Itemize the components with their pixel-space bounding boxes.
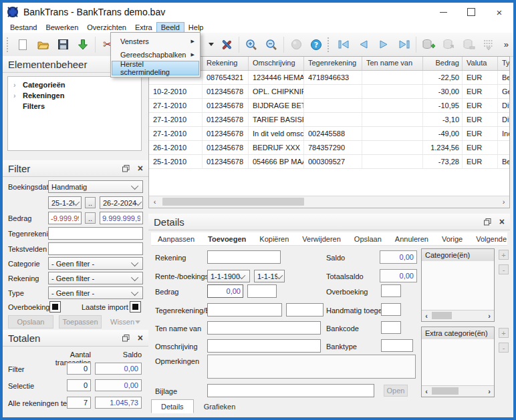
- rekening-filter-select[interactable]: - Geen filter -: [48, 272, 143, 284]
- filter-toepassen-button[interactable]: Toepassen: [59, 315, 102, 329]
- categorie-select[interactable]: - Geen filter -: [48, 257, 143, 270]
- scroll-right-arrow[interactable]: ›: [485, 387, 494, 395]
- date-range-button[interactable]: ..: [85, 197, 96, 208]
- bankcode-box[interactable]: [381, 321, 401, 334]
- bedrag-range-button[interactable]: ..: [85, 212, 96, 224]
- bedrag-max-input[interactable]: [100, 212, 143, 224]
- new-file-button[interactable]: [13, 35, 33, 54]
- toolbar-grip[interactable]: [328, 37, 330, 52]
- minimize-button[interactable]: [429, 3, 457, 21]
- wissen-dropdown-icon[interactable]: [135, 321, 140, 324]
- zoom-in-button[interactable]: [241, 35, 261, 54]
- type-filter-select[interactable]: - Geen filter -: [48, 286, 143, 299]
- filter-wissen-button[interactable]: Wissen: [110, 318, 134, 326]
- tegenrekening-input[interactable]: [48, 227, 143, 240]
- bijlage-open-button[interactable]: Open: [384, 385, 408, 397]
- menu-overzichten[interactable]: Overzichten: [83, 23, 130, 32]
- opmerkingen-textarea[interactable]: [207, 355, 416, 379]
- overboeking-detail-box[interactable]: [381, 284, 401, 297]
- scrollbar-thumb[interactable]: [162, 198, 304, 206]
- float-panel-icon[interactable]: [484, 218, 491, 226]
- save-button[interactable]: [53, 35, 73, 54]
- maximize-button[interactable]: [457, 3, 485, 21]
- aanpassen-button[interactable]: Aanpassen: [151, 235, 201, 243]
- col-header-tegenrekening[interactable]: Tegenrekening: [304, 57, 362, 70]
- previous-record-button[interactable]: [354, 35, 374, 54]
- banktype-box[interactable]: [381, 339, 413, 352]
- bic-input[interactable]: [286, 303, 324, 317]
- globe-button[interactable]: [286, 35, 306, 54]
- settings-button[interactable]: [217, 35, 237, 54]
- table-row[interactable]: 087654321 1234446 HEMA D... 4718946633 -…: [149, 71, 509, 85]
- opslaan-button[interactable]: Opslaan: [348, 235, 388, 243]
- table-row[interactable]: 10-2-2010 012345678 OPL. CHIPKNIP ... -3…: [149, 85, 509, 99]
- scroll-right-arrow[interactable]: ›: [498, 196, 509, 207]
- annuleren-button[interactable]: Annuleren: [388, 235, 435, 243]
- extra-categorie-remove-button[interactable]: -: [499, 343, 509, 353]
- categorie-add-button[interactable]: +: [499, 250, 509, 260]
- date-from-select[interactable]: 25-1-2010: [48, 196, 82, 209]
- close-panel-icon[interactable]: ×: [138, 163, 143, 174]
- col-header-valuta[interactable]: Valuta: [463, 57, 498, 70]
- ten-name-van-input[interactable]: [207, 321, 321, 335]
- col-header-rekening[interactable]: Rekening: [203, 57, 249, 70]
- extra-categorie-scrollbar[interactable]: ‹ ›: [422, 385, 494, 397]
- tree-item-rekeningen[interactable]: › Rekeningen: [8, 90, 141, 101]
- laatste-import-checkbox[interactable]: [130, 301, 141, 312]
- first-record-button[interactable]: [334, 35, 354, 54]
- scrollbar-thumb[interactable]: [432, 312, 452, 319]
- menu-beeld[interactable]: Beeld: [157, 23, 184, 32]
- toevoegen-button[interactable]: Toevoegen: [201, 235, 253, 243]
- menu-item-gereedschapbalken[interactable]: Gereedschapbalken ▶: [112, 48, 199, 61]
- omschrijving-input[interactable]: [207, 339, 321, 353]
- categorie-list[interactable]: [422, 261, 494, 310]
- menu-bewerken[interactable]: Bewerken: [41, 23, 82, 32]
- tegenrekening-detail-input[interactable]: [207, 303, 282, 317]
- chevron-right-icon[interactable]: ›: [13, 81, 23, 89]
- menu-help[interactable]: Help: [184, 23, 208, 32]
- scroll-left-arrow[interactable]: ‹: [422, 311, 431, 320]
- float-panel-icon[interactable]: [122, 335, 130, 342]
- chevron-right-icon[interactable]: ›: [13, 91, 23, 99]
- open-file-button[interactable]: [33, 35, 53, 54]
- filter-opslaan-button[interactable]: Opslaan: [8, 315, 53, 329]
- db-export-button[interactable]: [438, 35, 459, 54]
- close-panel-icon[interactable]: ×: [138, 333, 143, 343]
- overboeking-checkbox[interactable]: [49, 301, 61, 312]
- scroll-right-arrow[interactable]: ›: [485, 311, 494, 320]
- categorie-scrollbar[interactable]: ‹ ›: [422, 310, 494, 321]
- bedrag-detail-input[interactable]: [207, 284, 243, 298]
- close-panel-icon[interactable]: ×: [499, 216, 505, 227]
- rentedatum-select[interactable]: 1-1-1900: [207, 270, 250, 282]
- next-record-button[interactable]: [374, 35, 394, 54]
- verwijderen-button[interactable]: Verwijderen: [295, 235, 347, 243]
- float-panel-icon[interactable]: [122, 165, 130, 172]
- bedrag-min-input[interactable]: [48, 212, 82, 224]
- date-to-select[interactable]: 26-2-2024: [100, 196, 143, 209]
- categorie-remove-button[interactable]: -: [499, 264, 509, 274]
- table-row[interactable]: 25-1-2010 012345678 054666 BP MAA... 000…: [149, 155, 509, 169]
- tekstvelden-input[interactable]: [48, 242, 143, 255]
- scrollbar-thumb[interactable]: [432, 387, 459, 395]
- toolbar-grip[interactable]: [7, 37, 9, 52]
- db-remove-button[interactable]: [459, 35, 479, 54]
- menu-item-herstel-schermindeling[interactable]: Herstel schermindeling: [112, 61, 199, 75]
- col-header-omschrijving[interactable]: Omschrijving: [249, 57, 304, 70]
- db-add-button[interactable]: [418, 35, 438, 54]
- toolbar-dropdown-button[interactable]: [206, 35, 217, 54]
- close-button[interactable]: ×: [485, 3, 513, 21]
- extra-categorie-add-button[interactable]: +: [499, 328, 509, 338]
- tree-item-filters[interactable]: Filters: [8, 101, 141, 112]
- vorige-button[interactable]: Vorige: [435, 235, 469, 243]
- table-row[interactable]: 27-1-2010 012345678 In dit veld omschr..…: [149, 127, 509, 141]
- import-button[interactable]: [73, 35, 93, 54]
- rekening-input[interactable]: [207, 250, 281, 264]
- menu-bestand[interactable]: Bestand: [6, 23, 41, 32]
- tab-details[interactable]: Details: [151, 399, 194, 413]
- scroll-left-arrow[interactable]: ‹: [149, 196, 160, 207]
- zoom-out-button[interactable]: [261, 35, 281, 54]
- help-button[interactable]: ?: [306, 35, 326, 54]
- volgende-button[interactable]: Volgende: [469, 235, 513, 243]
- boekingsdatum-detail-select[interactable]: 1-1-1900: [254, 270, 285, 282]
- table-row[interactable]: 27-1-2010 012345678 BIJDRAGE BETAA... -1…: [149, 99, 509, 113]
